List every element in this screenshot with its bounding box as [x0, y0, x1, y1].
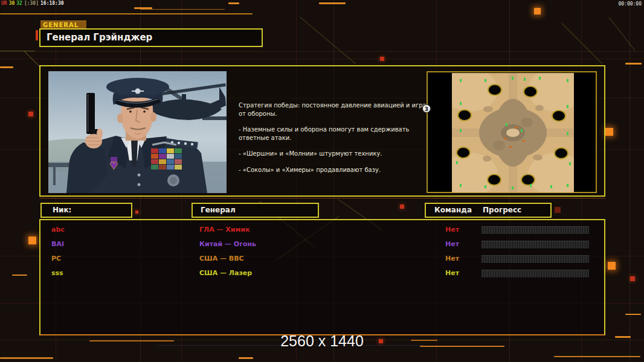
player-nick: sss	[51, 267, 63, 280]
stats-segment: [:30]	[24, 1, 39, 6]
player-team: Нет	[445, 223, 459, 237]
player-nick: PC	[51, 252, 61, 265]
map-preview	[427, 71, 597, 193]
player-team: Нет	[445, 238, 459, 251]
column-header-team-progress: Команда Прогресс	[425, 203, 552, 218]
column-header-nick: Ник:	[40, 203, 132, 218]
player-list: abc ГЛА — Химик Нет BAI Китай — Огонь Не…	[39, 219, 605, 335]
stats-segment: 32	[16, 1, 22, 6]
player-progress-bar	[481, 270, 589, 278]
column-header-team: Команда	[434, 204, 472, 217]
stats-segment: UR	[1, 1, 7, 6]
player-general: США — Лазер	[199, 267, 252, 280]
player-team: Нет	[445, 267, 459, 280]
player-progress-bar	[481, 241, 589, 249]
name-box-accent	[36, 30, 38, 40]
panel-underline	[39, 198, 605, 198]
player-general: ГЛА — Химик	[199, 223, 250, 237]
player-nick: BAI	[51, 238, 64, 251]
briefing-paragraph: - Наземные силы и оборона помогут вам сд…	[239, 125, 427, 142]
match-timer: 00:00:00	[618, 1, 642, 7]
fps-stats-overlay: UR3032[:30]16:18:30	[1, 1, 66, 6]
stats-segment: 16:18:30	[40, 1, 64, 6]
map-start-marker: 3	[422, 104, 431, 113]
player-nick: abc	[51, 223, 65, 237]
player-progress-bar	[481, 226, 589, 235]
player-row: PC США — ВВС Нет	[40, 252, 604, 265]
stats-segment: 30	[9, 1, 15, 6]
general-name-box: Генерал Грэйнджер	[39, 28, 263, 47]
resolution-label: 2560 x 1440	[0, 332, 644, 350]
briefing-paragraph: Стратегия победы: постоянное давление ав…	[239, 101, 427, 118]
player-row: BAI Китай — Огонь Нет	[40, 238, 604, 251]
player-general: США — ВВС	[199, 252, 244, 265]
general-portrait-image	[48, 71, 227, 193]
column-header-progress: Прогресс	[483, 204, 521, 217]
player-team: Нет	[445, 252, 459, 265]
general-info-panel: Стратегия победы: постоянное давление ав…	[39, 65, 605, 197]
game-loading-screen: UR3032[:30]16:18:30 00:00:00 GENERAL Ген…	[0, 0, 644, 362]
player-general: Китай — Огонь	[199, 238, 256, 251]
player-row: abc ГЛА — Химик Нет	[40, 223, 604, 237]
briefing-paragraph: - «Соколы» и «Химеры» продавливают базу.	[239, 166, 427, 174]
column-header-general: Генерал	[192, 203, 319, 218]
player-progress-bar	[481, 255, 589, 264]
briefing-text: Стратегия победы: постоянное давление ав…	[239, 101, 427, 182]
map-terrain-image	[452, 73, 574, 192]
briefing-paragraph: - «Шершни» и «Молнии» штурмуют технику.	[239, 150, 427, 158]
player-row: sss США — Лазер Нет	[40, 267, 604, 280]
general-tab-label: GENERAL	[40, 21, 86, 29]
